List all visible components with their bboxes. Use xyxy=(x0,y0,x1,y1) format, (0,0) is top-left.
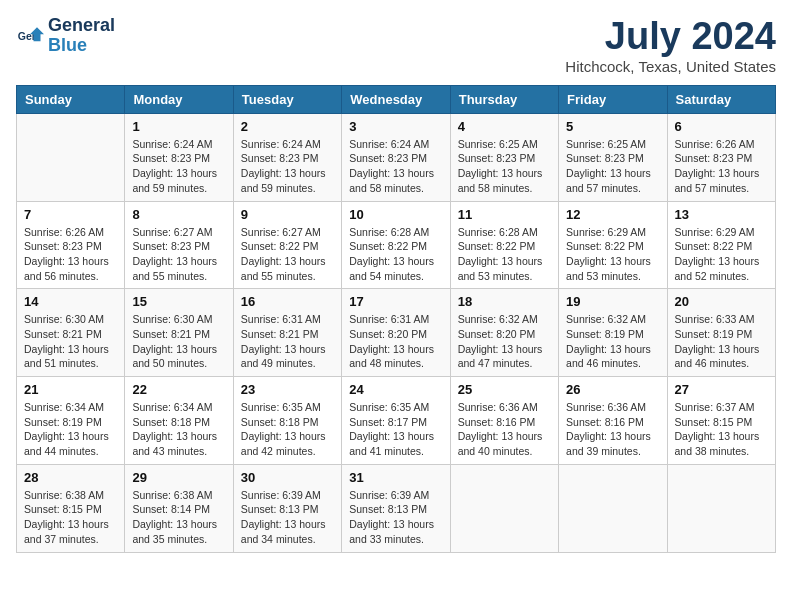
month-title: July 2024 xyxy=(565,16,776,58)
calendar-table: SundayMondayTuesdayWednesdayThursdayFrid… xyxy=(16,85,776,553)
calendar-cell: 16Sunrise: 6:31 AM Sunset: 8:21 PM Dayli… xyxy=(233,289,341,377)
day-info: Sunrise: 6:32 AM Sunset: 8:19 PM Dayligh… xyxy=(566,312,659,371)
calendar-cell: 12Sunrise: 6:29 AM Sunset: 8:22 PM Dayli… xyxy=(559,201,667,289)
calendar-week-row: 21Sunrise: 6:34 AM Sunset: 8:19 PM Dayli… xyxy=(17,377,776,465)
day-number: 3 xyxy=(349,119,442,134)
calendar-cell xyxy=(17,113,125,201)
calendar-cell: 11Sunrise: 6:28 AM Sunset: 8:22 PM Dayli… xyxy=(450,201,558,289)
day-number: 2 xyxy=(241,119,334,134)
calendar-cell: 28Sunrise: 6:38 AM Sunset: 8:15 PM Dayli… xyxy=(17,464,125,552)
day-number: 26 xyxy=(566,382,659,397)
day-info: Sunrise: 6:33 AM Sunset: 8:19 PM Dayligh… xyxy=(675,312,768,371)
calendar-cell: 29Sunrise: 6:38 AM Sunset: 8:14 PM Dayli… xyxy=(125,464,233,552)
calendar-cell: 21Sunrise: 6:34 AM Sunset: 8:19 PM Dayli… xyxy=(17,377,125,465)
day-info: Sunrise: 6:26 AM Sunset: 8:23 PM Dayligh… xyxy=(675,137,768,196)
day-info: Sunrise: 6:39 AM Sunset: 8:13 PM Dayligh… xyxy=(241,488,334,547)
header-cell-wednesday: Wednesday xyxy=(342,85,450,113)
calendar-week-row: 28Sunrise: 6:38 AM Sunset: 8:15 PM Dayli… xyxy=(17,464,776,552)
calendar-cell xyxy=(559,464,667,552)
day-info: Sunrise: 6:24 AM Sunset: 8:23 PM Dayligh… xyxy=(349,137,442,196)
calendar-week-row: 14Sunrise: 6:30 AM Sunset: 8:21 PM Dayli… xyxy=(17,289,776,377)
calendar-week-row: 7Sunrise: 6:26 AM Sunset: 8:23 PM Daylig… xyxy=(17,201,776,289)
day-number: 31 xyxy=(349,470,442,485)
calendar-cell: 26Sunrise: 6:36 AM Sunset: 8:16 PM Dayli… xyxy=(559,377,667,465)
day-number: 15 xyxy=(132,294,225,309)
day-number: 22 xyxy=(132,382,225,397)
day-number: 17 xyxy=(349,294,442,309)
day-info: Sunrise: 6:27 AM Sunset: 8:23 PM Dayligh… xyxy=(132,225,225,284)
calendar-cell: 7Sunrise: 6:26 AM Sunset: 8:23 PM Daylig… xyxy=(17,201,125,289)
day-info: Sunrise: 6:29 AM Sunset: 8:22 PM Dayligh… xyxy=(675,225,768,284)
calendar-cell: 9Sunrise: 6:27 AM Sunset: 8:22 PM Daylig… xyxy=(233,201,341,289)
calendar-cell xyxy=(667,464,775,552)
header-cell-sunday: Sunday xyxy=(17,85,125,113)
day-number: 1 xyxy=(132,119,225,134)
day-number: 5 xyxy=(566,119,659,134)
day-info: Sunrise: 6:30 AM Sunset: 8:21 PM Dayligh… xyxy=(24,312,117,371)
day-number: 13 xyxy=(675,207,768,222)
calendar-cell: 18Sunrise: 6:32 AM Sunset: 8:20 PM Dayli… xyxy=(450,289,558,377)
day-info: Sunrise: 6:29 AM Sunset: 8:22 PM Dayligh… xyxy=(566,225,659,284)
calendar-cell: 22Sunrise: 6:34 AM Sunset: 8:18 PM Dayli… xyxy=(125,377,233,465)
calendar-cell: 8Sunrise: 6:27 AM Sunset: 8:23 PM Daylig… xyxy=(125,201,233,289)
day-number: 9 xyxy=(241,207,334,222)
day-info: Sunrise: 6:30 AM Sunset: 8:21 PM Dayligh… xyxy=(132,312,225,371)
calendar-cell: 31Sunrise: 6:39 AM Sunset: 8:13 PM Dayli… xyxy=(342,464,450,552)
calendar-cell: 27Sunrise: 6:37 AM Sunset: 8:15 PM Dayli… xyxy=(667,377,775,465)
logo-icon: Gen xyxy=(16,22,44,50)
calendar-cell: 10Sunrise: 6:28 AM Sunset: 8:22 PM Dayli… xyxy=(342,201,450,289)
day-number: 14 xyxy=(24,294,117,309)
day-number: 6 xyxy=(675,119,768,134)
day-number: 4 xyxy=(458,119,551,134)
calendar-cell: 2Sunrise: 6:24 AM Sunset: 8:23 PM Daylig… xyxy=(233,113,341,201)
day-info: Sunrise: 6:31 AM Sunset: 8:20 PM Dayligh… xyxy=(349,312,442,371)
calendar-cell: 19Sunrise: 6:32 AM Sunset: 8:19 PM Dayli… xyxy=(559,289,667,377)
calendar-cell: 20Sunrise: 6:33 AM Sunset: 8:19 PM Dayli… xyxy=(667,289,775,377)
day-number: 10 xyxy=(349,207,442,222)
day-number: 12 xyxy=(566,207,659,222)
day-info: Sunrise: 6:34 AM Sunset: 8:19 PM Dayligh… xyxy=(24,400,117,459)
day-number: 30 xyxy=(241,470,334,485)
day-number: 8 xyxy=(132,207,225,222)
calendar-header-row: SundayMondayTuesdayWednesdayThursdayFrid… xyxy=(17,85,776,113)
day-number: 27 xyxy=(675,382,768,397)
day-number: 7 xyxy=(24,207,117,222)
day-info: Sunrise: 6:35 AM Sunset: 8:17 PM Dayligh… xyxy=(349,400,442,459)
calendar-cell: 13Sunrise: 6:29 AM Sunset: 8:22 PM Dayli… xyxy=(667,201,775,289)
day-info: Sunrise: 6:27 AM Sunset: 8:22 PM Dayligh… xyxy=(241,225,334,284)
calendar-cell: 6Sunrise: 6:26 AM Sunset: 8:23 PM Daylig… xyxy=(667,113,775,201)
calendar-cell xyxy=(450,464,558,552)
day-number: 24 xyxy=(349,382,442,397)
day-info: Sunrise: 6:38 AM Sunset: 8:14 PM Dayligh… xyxy=(132,488,225,547)
header-cell-saturday: Saturday xyxy=(667,85,775,113)
day-info: Sunrise: 6:36 AM Sunset: 8:16 PM Dayligh… xyxy=(566,400,659,459)
day-number: 29 xyxy=(132,470,225,485)
calendar-cell: 25Sunrise: 6:36 AM Sunset: 8:16 PM Dayli… xyxy=(450,377,558,465)
calendar-cell: 5Sunrise: 6:25 AM Sunset: 8:23 PM Daylig… xyxy=(559,113,667,201)
day-number: 25 xyxy=(458,382,551,397)
day-info: Sunrise: 6:28 AM Sunset: 8:22 PM Dayligh… xyxy=(349,225,442,284)
day-number: 20 xyxy=(675,294,768,309)
day-number: 28 xyxy=(24,470,117,485)
calendar-week-row: 1Sunrise: 6:24 AM Sunset: 8:23 PM Daylig… xyxy=(17,113,776,201)
day-info: Sunrise: 6:34 AM Sunset: 8:18 PM Dayligh… xyxy=(132,400,225,459)
day-info: Sunrise: 6:39 AM Sunset: 8:13 PM Dayligh… xyxy=(349,488,442,547)
header-cell-friday: Friday xyxy=(559,85,667,113)
logo-line1: General xyxy=(48,16,115,36)
calendar-cell: 30Sunrise: 6:39 AM Sunset: 8:13 PM Dayli… xyxy=(233,464,341,552)
day-info: Sunrise: 6:26 AM Sunset: 8:23 PM Dayligh… xyxy=(24,225,117,284)
calendar-cell: 24Sunrise: 6:35 AM Sunset: 8:17 PM Dayli… xyxy=(342,377,450,465)
day-number: 11 xyxy=(458,207,551,222)
day-info: Sunrise: 6:28 AM Sunset: 8:22 PM Dayligh… xyxy=(458,225,551,284)
day-number: 18 xyxy=(458,294,551,309)
logo-text: General Blue xyxy=(48,16,115,56)
day-info: Sunrise: 6:36 AM Sunset: 8:16 PM Dayligh… xyxy=(458,400,551,459)
header-cell-tuesday: Tuesday xyxy=(233,85,341,113)
day-info: Sunrise: 6:37 AM Sunset: 8:15 PM Dayligh… xyxy=(675,400,768,459)
title-block: July 2024 Hitchcock, Texas, United State… xyxy=(565,16,776,75)
calendar-cell: 1Sunrise: 6:24 AM Sunset: 8:23 PM Daylig… xyxy=(125,113,233,201)
day-info: Sunrise: 6:31 AM Sunset: 8:21 PM Dayligh… xyxy=(241,312,334,371)
day-info: Sunrise: 6:24 AM Sunset: 8:23 PM Dayligh… xyxy=(132,137,225,196)
page-header: Gen General Blue July 2024 Hitchcock, Te… xyxy=(16,16,776,75)
logo: Gen General Blue xyxy=(16,16,115,56)
